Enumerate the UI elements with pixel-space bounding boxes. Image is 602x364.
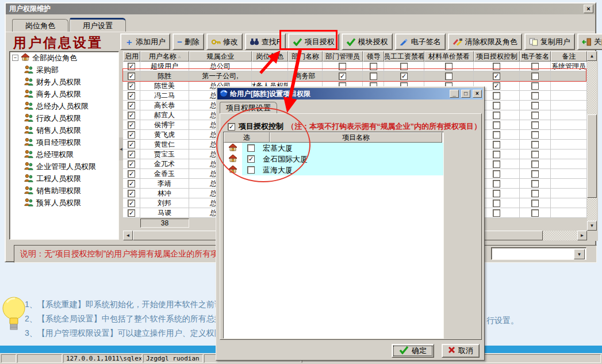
sidebar-item[interactable]: 销售人员权限 [10, 124, 118, 136]
esign-checkbox[interactable] [531, 200, 539, 207]
delete-button[interactable]: −删除 [172, 33, 204, 50]
v-scroll-thumb[interactable] [587, 114, 597, 198]
esign-checkbox[interactable] [531, 82, 539, 90]
enabled-checkbox[interactable]: ✓ [128, 121, 135, 129]
sidebar-item[interactable]: 预算人员权限 [10, 197, 118, 209]
sidebar-item[interactable]: 总经理权限 [10, 148, 118, 160]
leader-checkbox[interactable] [370, 63, 377, 70]
project-row[interactable]: ✓金石国际大厦 [224, 154, 443, 164]
esign-checkbox[interactable] [531, 160, 539, 168]
enabled-checkbox[interactable]: ✓ [128, 160, 135, 168]
sidebar-item[interactable]: 企业管理人员权限 [10, 160, 118, 173]
esign-checkbox[interactable] [531, 209, 539, 217]
enabled-checkbox[interactable]: ✓ [128, 131, 135, 139]
esignature-button[interactable]: 电子签名 [395, 33, 446, 50]
add-user-button[interactable]: ＋添加用户 [120, 33, 170, 50]
sidebar-item-root[interactable]: −全部岗位角色 [10, 52, 118, 64]
project-auth-control-checkbox[interactable]: ✓ [228, 123, 235, 131]
dept_manager-checkbox[interactable] [339, 63, 346, 70]
column-header-project_auth[interactable]: 项目授权控制 [474, 51, 520, 62]
column-header-dept[interactable]: 部门名称 [288, 51, 323, 62]
project_auth-checkbox[interactable] [493, 160, 500, 168]
material_hidden-checkbox[interactable] [445, 63, 453, 70]
sidebar-item[interactable]: 工程人员权限 [10, 173, 118, 185]
scroll-right-button[interactable]: ► [577, 231, 587, 240]
sidebar-item[interactable]: 总经办人员权限 [10, 100, 118, 112]
project-checkbox[interactable] [247, 144, 255, 152]
esign-checkbox[interactable] [531, 190, 539, 197]
enabled-checkbox[interactable]: ✓ [128, 112, 135, 119]
esign-checkbox[interactable] [531, 102, 539, 109]
esign-checkbox[interactable] [531, 121, 539, 129]
project-checkbox[interactable]: ✓ [247, 155, 255, 163]
salary_hidden-checkbox[interactable]: ✓ [400, 72, 408, 80]
enabled-checkbox[interactable]: ✓ [128, 151, 135, 158]
project_auth-checkbox[interactable] [493, 151, 500, 158]
column-header-leader[interactable]: 领导 [363, 51, 384, 62]
chevron-down-icon[interactable]: ▼ [574, 249, 585, 259]
column-header-material_hidden[interactable]: 材料单价禁看 [424, 51, 474, 62]
esign-checkbox[interactable] [531, 151, 539, 158]
project_auth-checkbox[interactable] [493, 102, 500, 109]
sidebar-item[interactable]: 项目经理权限 [10, 136, 118, 148]
maximize-button[interactable]: □ [461, 90, 470, 98]
copy-user-button[interactable]: 复制用户 [524, 33, 575, 50]
enabled-checkbox[interactable]: ✓ [128, 141, 135, 148]
column-header-enabled[interactable]: 启用 [123, 51, 140, 62]
bottom-combobox[interactable]: ▼ [491, 247, 586, 260]
esign-checkbox[interactable] [531, 92, 539, 99]
enabled-checkbox[interactable]: ✓ [128, 63, 135, 70]
column-header-project-name[interactable]: 项目名称 [270, 132, 442, 143]
scroll-left-button[interactable]: ◄ [123, 231, 133, 240]
column-header-remark[interactable]: 备注 [551, 51, 587, 62]
project_auth-checkbox[interactable] [493, 121, 500, 129]
h-scroll-track[interactable] [543, 231, 577, 240]
enabled-checkbox[interactable]: ✓ [128, 170, 135, 178]
clear-perms-roles-button[interactable]: 清除权限及角色 [448, 33, 522, 50]
esign-checkbox[interactable] [531, 63, 539, 70]
close-button[interactable]: 关闭 [577, 33, 602, 50]
dept_manager-checkbox[interactable]: ✓ [339, 72, 346, 80]
project_auth-checkbox[interactable] [493, 200, 500, 207]
project_auth-checkbox[interactable] [493, 170, 500, 178]
project_auth-checkbox[interactable] [493, 112, 500, 119]
find-button[interactable]: 查找F [245, 33, 286, 50]
modify-button[interactable]: 修改 [206, 33, 243, 50]
esign-checkbox[interactable] [531, 112, 539, 119]
project_auth-checkbox[interactable] [493, 131, 500, 139]
module-auth-button[interactable]: 模块授权 [342, 33, 393, 50]
sidebar-item[interactable]: 行政人员权限 [10, 112, 118, 124]
project_auth-checkbox[interactable] [493, 209, 500, 217]
tab-project-permission[interactable]: 项目权限设置 [220, 102, 277, 114]
enabled-checkbox[interactable]: ✓ [128, 102, 135, 109]
enabled-checkbox[interactable]: ✓ [128, 190, 135, 197]
scroll-up-button[interactable]: ▲ [587, 51, 597, 61]
sidebar-item[interactable]: 财务人员权限 [10, 76, 118, 88]
sidebar-item[interactable]: 商务人员权限 [10, 88, 118, 100]
ok-button[interactable]: 确定 [392, 344, 434, 358]
project_auth-checkbox[interactable] [493, 141, 500, 148]
column-header-select[interactable]: 选 [224, 132, 270, 143]
enabled-checkbox[interactable]: ✓ [128, 200, 135, 207]
column-header-company[interactable]: 规属企业 [189, 51, 252, 62]
enabled-checkbox[interactable]: ✓ [128, 72, 135, 80]
esign-checkbox[interactable] [531, 72, 539, 80]
splitter[interactable]: ◄ [119, 51, 123, 240]
splitter-collapse-arrow[interactable]: ◄ [119, 137, 123, 160]
minimize-button[interactable]: _ [450, 90, 459, 98]
collapse-icon[interactable]: − [12, 55, 18, 61]
column-header-role[interactable]: 岗位角色 [252, 51, 288, 62]
project-row[interactable]: 蓝海大厦 [224, 164, 443, 175]
table-row[interactable]: ✓超级用户总公司系统管理员 [123, 62, 587, 71]
project_auth-checkbox[interactable] [493, 63, 500, 70]
salary_hidden-checkbox[interactable] [400, 63, 408, 70]
dialog-close-button[interactable]: × [473, 90, 482, 98]
esign-checkbox[interactable] [531, 131, 539, 139]
project_auth-checkbox[interactable]: ✓ [493, 82, 500, 90]
project-checkbox[interactable] [247, 166, 255, 174]
sidebar-item[interactable]: 销售助理权限 [10, 185, 118, 197]
v-scrollbar[interactable]: ▲ ▼ [587, 51, 597, 231]
enabled-checkbox[interactable]: ✓ [128, 180, 135, 187]
enabled-checkbox[interactable]: ✓ [128, 82, 135, 90]
column-header-salary_hidden[interactable]: 员工工资禁看 [384, 51, 424, 62]
